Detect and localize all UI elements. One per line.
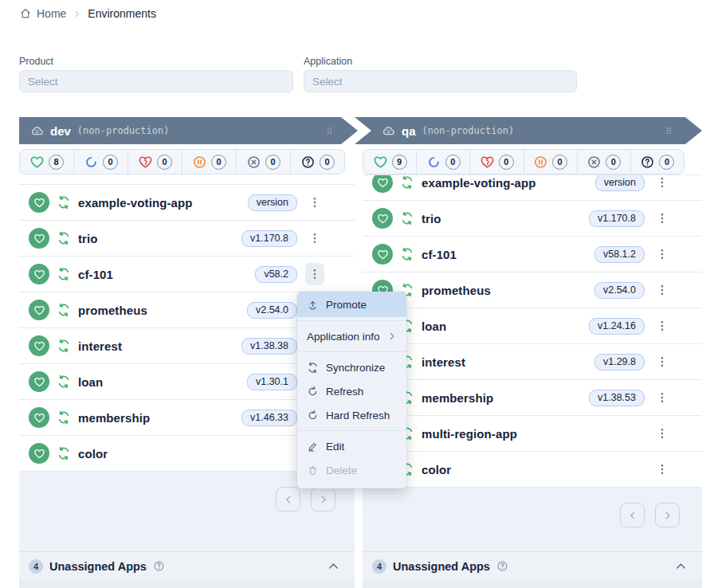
spinner-icon xyxy=(84,155,99,170)
sync-icon xyxy=(400,247,414,261)
unassigned-apps-bar[interactable]: 4 Unassigned Apps xyxy=(363,551,702,580)
app-row[interactable]: trio v1.170.8 xyxy=(19,221,355,257)
question-circle-icon xyxy=(300,155,316,170)
status-segment-suspended: 0 xyxy=(182,150,237,174)
menu-item-synchronize[interactable]: Synchronize xyxy=(297,355,406,379)
help-icon[interactable] xyxy=(153,560,165,572)
cloud-sync-icon xyxy=(382,124,395,138)
sync-icon xyxy=(57,231,71,245)
status-count-missing: 0 xyxy=(265,155,280,170)
version-badge: v1.170.8 xyxy=(241,230,297,247)
status-segment-progressing: 0 xyxy=(74,150,128,174)
sync-icon xyxy=(57,339,71,353)
menu-item-label: Edit xyxy=(326,441,344,453)
env-name: dev xyxy=(50,124,71,138)
unassigned-apps-bar[interactable]: 4 Unassigned Apps xyxy=(19,551,355,580)
list-footer-area xyxy=(363,488,702,551)
trash-icon xyxy=(307,465,319,476)
app-row[interactable]: cf-101 v58.2 xyxy=(19,257,355,292)
environment-panel-qa: qa (non-production) 9 0 0 0 0 0 xyxy=(363,117,702,588)
kebab-menu-icon[interactable] xyxy=(653,207,672,229)
kebab-menu-icon[interactable] xyxy=(305,227,324,249)
env-type-label: (non-production) xyxy=(77,125,170,136)
status-segment-progressing: 0 xyxy=(417,150,470,174)
status-count-unknown: 0 xyxy=(320,155,335,170)
app-row[interactable]: color xyxy=(363,452,702,488)
collapse-chevron-icon[interactable] xyxy=(674,559,688,573)
healthy-heart-icon xyxy=(372,244,393,265)
app-row[interactable]: membership v1.38.53 xyxy=(363,380,702,416)
product-select-input[interactable] xyxy=(19,70,293,92)
breadcrumb-separator-icon xyxy=(73,10,81,18)
status-count-progressing: 0 xyxy=(445,155,461,170)
app-row[interactable]: prometheus v2.54.0 xyxy=(363,272,702,308)
collapse-chevron-icon[interactable] xyxy=(327,559,340,573)
status-segment-degraded: 0 xyxy=(470,150,524,174)
prev-page-button[interactable] xyxy=(620,503,645,527)
menu-item-application-info[interactable]: Application info xyxy=(297,324,406,348)
status-segment-missing: 0 xyxy=(578,150,631,174)
prev-page-button[interactable] xyxy=(276,487,300,512)
healthy-heart-icon xyxy=(29,443,49,464)
menu-item-edit[interactable]: Edit xyxy=(297,434,406,458)
status-count-healthy: 8 xyxy=(49,155,64,170)
status-segment-degraded: 0 xyxy=(128,150,182,174)
menu-item-label: Hard Refresh xyxy=(326,410,390,421)
kebab-menu-icon[interactable] xyxy=(305,191,324,214)
kebab-menu-icon[interactable] xyxy=(653,243,672,265)
broken-heart-icon xyxy=(138,155,153,170)
menu-item-hard-refresh[interactable]: Hard Refresh xyxy=(297,403,406,427)
app-name: color xyxy=(422,463,451,476)
app-row[interactable]: multi-region-app xyxy=(363,416,702,452)
kebab-menu-icon[interactable] xyxy=(653,386,672,409)
app-name: trio xyxy=(78,232,98,245)
pause-circle-icon xyxy=(192,155,207,170)
heart-icon xyxy=(373,155,388,170)
kebab-menu-icon[interactable] xyxy=(653,174,672,194)
kebab-menu-icon[interactable] xyxy=(653,279,672,301)
breadcrumb-home-link[interactable]: Home xyxy=(19,7,66,20)
app-name: multi-region-app xyxy=(422,427,517,441)
sync-icon xyxy=(400,211,414,225)
app-row[interactable]: interest v1.29.8 xyxy=(363,344,702,380)
app-row[interactable]: loan v1.24.16 xyxy=(363,308,702,344)
kebab-menu-icon[interactable] xyxy=(653,315,672,337)
next-page-button[interactable] xyxy=(311,487,335,512)
kebab-menu-icon[interactable] xyxy=(653,422,672,445)
app-name: interest xyxy=(422,355,465,369)
spinner-icon xyxy=(426,155,441,170)
healthy-heart-icon xyxy=(29,264,49,284)
app-context-menu: Promote Application info Synchronize Ref… xyxy=(297,292,406,488)
kebab-menu-icon[interactable] xyxy=(653,351,672,373)
app-name: prometheus xyxy=(78,304,147,317)
menu-item-label: Promote xyxy=(326,299,367,311)
menu-item-label: Delete xyxy=(326,465,357,476)
status-count-degraded: 0 xyxy=(499,155,514,170)
help-icon[interactable] xyxy=(496,560,508,572)
menu-item-refresh[interactable]: Refresh xyxy=(297,379,406,403)
panel-bottom-strip xyxy=(363,580,702,588)
kebab-menu-icon[interactable] xyxy=(653,458,672,480)
drag-handle-icon[interactable] xyxy=(665,125,673,137)
sync-icon xyxy=(57,410,71,425)
menu-item-promote[interactable]: Promote xyxy=(297,292,406,317)
next-page-button[interactable] xyxy=(655,503,680,527)
filter-bar: Product Application xyxy=(19,56,577,92)
env-name: qa xyxy=(402,124,416,138)
app-row[interactable]: example-voting-app version xyxy=(19,185,355,221)
kebab-menu-icon[interactable] xyxy=(305,263,324,285)
application-select-input[interactable] xyxy=(304,70,577,92)
sync-icon xyxy=(57,303,71,317)
version-badge: v1.46.33 xyxy=(241,410,297,426)
app-row[interactable]: trio v1.170.8 xyxy=(363,201,702,237)
status-summary-bar: 8 0 0 0 0 0 xyxy=(19,149,345,174)
version-badge: v58.1.2 xyxy=(594,246,645,263)
product-filter-label: Product xyxy=(19,56,293,67)
app-row[interactable]: cf-101 v58.1.2 xyxy=(363,237,702,272)
drag-handle-icon[interactable] xyxy=(325,125,334,137)
application-filter-field: Application xyxy=(304,56,577,92)
app-name: loan xyxy=(422,319,446,333)
app-name: interest xyxy=(78,339,122,353)
app-row[interactable]: example-voting-app version xyxy=(363,174,702,201)
status-segment-suspended: 0 xyxy=(524,150,578,174)
